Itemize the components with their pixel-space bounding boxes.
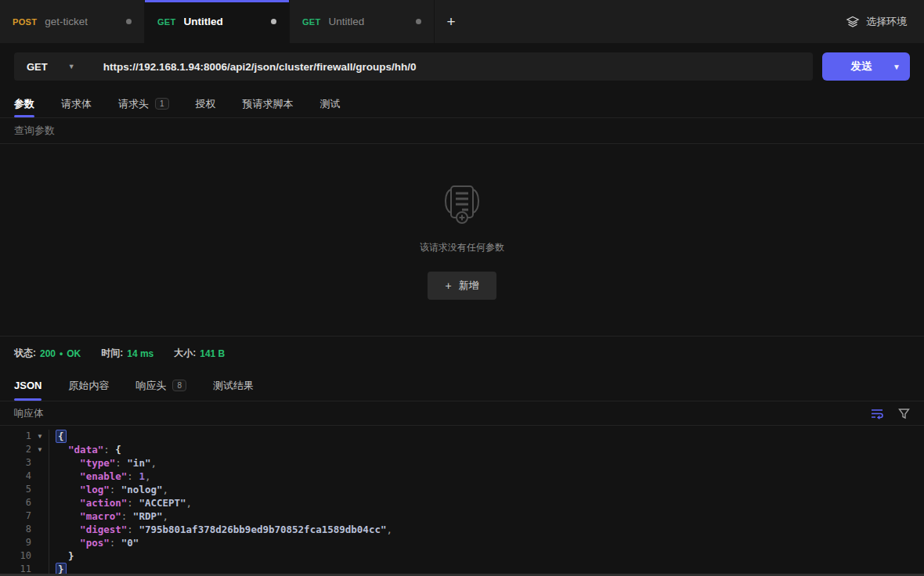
word-wrap-icon[interactable] [871,408,884,419]
time-label: 时间: [101,347,123,360]
tab-title: get-ticket [45,16,88,27]
code-line: 6 "action": "ACCEPT", [0,496,924,509]
new-tab-button[interactable]: + [435,0,467,43]
request-url-bar: GET ▼ https://192.168.1.94:8006/api2/jso… [0,43,924,90]
code-text: "data": { [49,443,924,456]
code-text: "action": "ACCEPT", [49,496,924,509]
code-text: } [49,549,924,563]
environment-selector[interactable]: 选择环境 [828,0,924,43]
unsaved-dot-icon [271,19,276,24]
line-number: 1 [0,430,31,443]
code-line: 9 "pos": "0" [0,536,924,549]
request-tab-get-ticket[interactable]: POST get-ticket [0,0,145,43]
code-text: "type": "in", [49,456,924,470]
tab-pre-request-script[interactable]: 预请求脚本 [243,90,294,117]
fold-gutter [31,496,49,509]
line-number: 3 [0,456,31,470]
response-headers-count-badge: 8 [172,380,186,391]
layers-icon [846,15,860,29]
empty-params-icon [438,180,486,229]
code-text: "digest": "795b801af378d26bb9ed9b70852fc… [49,523,924,536]
code-text: "enable": 1, [49,470,924,483]
tab-label: 授权 [196,97,216,111]
add-param-button-label: 新增 [459,279,479,293]
add-param-button[interactable]: + 新增 [428,272,496,300]
method-label: GET [302,17,321,27]
tab-body[interactable]: 请求体 [61,90,92,117]
line-number: 7 [0,509,31,523]
send-button-label: 发送 [822,59,893,74]
unsaved-dot-icon [126,19,132,24]
headers-count-badge: 1 [155,98,169,110]
tab-response-headers[interactable]: 响应头 8 [135,370,186,401]
tab-json[interactable]: JSON [14,370,42,401]
line-number: 9 [0,536,31,549]
tab-headers[interactable]: 请求头 1 [118,90,169,117]
url-input[interactable]: GET ▼ https://192.168.1.94:8006/api2/jso… [14,52,813,81]
tab-title: Untitled [329,16,365,27]
method-label: POST [13,17,37,27]
params-empty-state: 该请求没有任何参数 + 新增 [0,144,924,336]
fold-arrow-icon[interactable]: ▼ [31,443,49,456]
environment-selector-label: 选择环境 [866,15,907,29]
method-dropdown[interactable]: GET [14,61,48,73]
tab-tests[interactable]: 测试 [320,90,341,117]
code-area: 1▼{2▼ "data": {3 "type": "in",4 "enable"… [0,426,924,576]
filter-icon[interactable] [898,408,910,419]
code-text: "log": "nolog", [49,483,924,496]
send-button[interactable]: 发送 ▼ [822,52,910,81]
fold-arrow-icon[interactable]: ▼ [31,430,49,443]
fold-gutter [31,536,49,549]
tab-test-results[interactable]: 测试结果 [213,370,254,401]
line-number: 6 [0,496,31,509]
tab-title: Untitled [184,16,223,27]
response-tabs-strip: JSON 原始内容 响应头 8 测试结果 [0,370,924,401]
request-tab-untitled[interactable]: GET Untitled [290,0,435,43]
tab-label: 响应头 [135,379,166,393]
line-number: 4 [0,470,31,483]
fold-gutter [31,483,49,496]
query-params-label-row: 查询参数 [0,118,924,144]
code-line: 10 } [0,549,924,563]
query-params-title: 查询参数 [14,124,55,138]
response-body-header: 响应体 [0,401,924,426]
tab-label: 请求头 [118,97,149,111]
json-response-viewer: 1▼{2▼ "data": {3 "type": "in",4 "enable"… [0,430,924,576]
chevron-down-icon[interactable]: ▼ [893,63,910,71]
tab-label: 测试 [320,97,341,111]
response-body-title: 响应体 [14,407,44,420]
code-line: 3 "type": "in", [0,456,924,470]
tab-label: 请求体 [61,97,92,111]
status-group: 状态: 200 • OK [14,347,81,360]
tab-label: 预请求脚本 [243,97,294,111]
size-label: 大小: [174,347,196,360]
tab-raw[interactable]: 原始内容 [68,370,109,401]
url-text[interactable]: https://192.168.1.94:8006/api2/json/clus… [103,61,417,73]
method-label: GET [157,17,176,27]
status-label: 状态: [14,347,36,360]
response-status-bar: 状态: 200 • OK 时间: 14 ms 大小: 141 B [0,336,924,370]
fold-gutter [31,456,49,470]
tab-auth[interactable]: 授权 [196,90,216,117]
tab-label: 参数 [14,97,34,111]
code-line: 7 "macro": "RDP", [0,509,924,523]
tab-label: 测试结果 [213,379,254,393]
fold-gutter [31,523,49,536]
tab-params[interactable]: 参数 [14,90,34,117]
status-text: OK [67,348,81,359]
code-line: 4 "enable": 1, [0,470,924,483]
chevron-down-icon[interactable]: ▼ [68,63,75,70]
unsaved-dot-icon [416,19,421,24]
size-value: 141 B [200,348,225,359]
request-tab-untitled-active[interactable]: GET Untitled [145,0,290,43]
fold-gutter [31,470,49,483]
request-tabs-strip: 参数 请求体 请求头 1 授权 预请求脚本 测试 [0,90,924,118]
line-number: 5 [0,483,31,496]
code-text: { [49,430,924,443]
code-line: 5 "log": "nolog", [0,483,924,496]
code-line: 1▼{ [0,430,924,443]
fold-gutter [31,509,49,523]
time-value: 14 ms [127,348,153,359]
fold-gutter [31,549,49,563]
status-sep: • [60,348,63,359]
